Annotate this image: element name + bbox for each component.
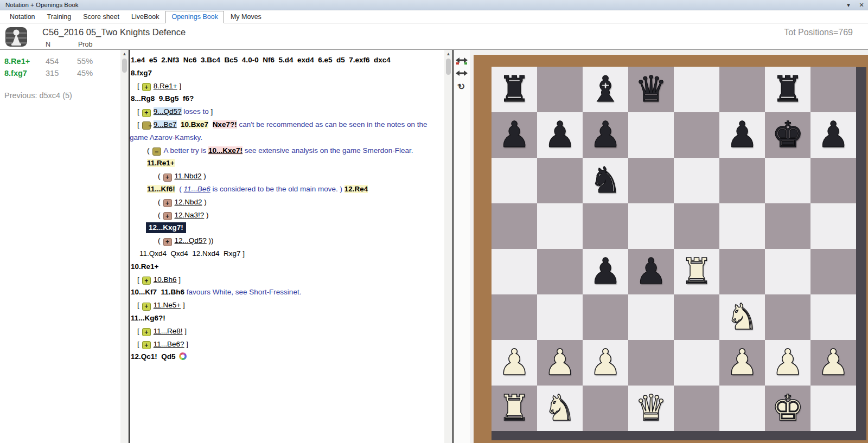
black-pawn[interactable]: ♟: [498, 112, 530, 158]
square-e1[interactable]: [674, 386, 719, 431]
square-g3[interactable]: [765, 294, 810, 340]
move-link[interactable]: 11...Be6?: [154, 340, 184, 348]
square-a2[interactable]: ♟: [492, 340, 537, 386]
expand-variation-button[interactable]: +: [163, 174, 172, 182]
square-h5[interactable]: [810, 203, 856, 249]
collapse-variation-button[interactable]: −: [152, 147, 161, 156]
move-link[interactable]: 11.Ne5+: [154, 301, 181, 309]
collapse-variation-button[interactable]: −: [142, 121, 151, 130]
square-a8[interactable]: ♜: [492, 67, 537, 112]
move-link[interactable]: 9...Qd5?: [154, 107, 182, 115]
square-c4[interactable]: ♟: [583, 249, 628, 294]
square-a7[interactable]: ♟: [492, 112, 537, 158]
move-text[interactable]: 1.e4 e5 2.Nf3 Nc6 3.Bc4 Bc5 4.0-0 Nf6 5.…: [131, 56, 391, 64]
square-h8[interactable]: [810, 67, 856, 112]
square-b2[interactable]: ♟: [537, 340, 583, 386]
book-panel-scrollbar[interactable]: ▲: [120, 50, 129, 443]
square-c8[interactable]: ♝: [583, 67, 628, 112]
move-link[interactable]: 10...Kxe7!: [208, 146, 242, 155]
expand-variation-button[interactable]: +: [163, 238, 172, 246]
white-queen[interactable]: ♛: [635, 386, 667, 431]
square-c1[interactable]: [583, 386, 628, 431]
scrollbar-thumb[interactable]: [122, 59, 127, 73]
expand-variation-button[interactable]: +: [142, 109, 151, 117]
window-menu-button[interactable]: ▾: [842, 1, 855, 10]
expand-variation-button[interactable]: +: [163, 199, 172, 207]
variation-arrows-icon[interactable]: [455, 67, 468, 79]
tab-score-sheet[interactable]: Score sheet: [78, 11, 125, 23]
expand-variation-button[interactable]: +: [142, 277, 151, 285]
square-b3[interactable]: [537, 294, 583, 340]
square-b5[interactable]: [537, 203, 583, 249]
black-pawn[interactable]: ♟: [544, 112, 576, 158]
square-e7[interactable]: [674, 112, 719, 158]
black-rook[interactable]: ♜: [771, 67, 803, 112]
square-h4[interactable]: [810, 249, 856, 294]
square-f4[interactable]: [719, 249, 765, 294]
square-b4[interactable]: [537, 249, 583, 294]
white-pawn[interactable]: ♟: [544, 340, 576, 386]
expand-variation-button[interactable]: +: [142, 83, 151, 91]
move-highlight[interactable]: 11...Kf6!: [147, 185, 175, 193]
white-pawn[interactable]: ♟: [771, 340, 803, 386]
square-c7[interactable]: ♟: [583, 112, 628, 158]
window-close-button[interactable]: ✕: [855, 1, 868, 10]
tab-livebook[interactable]: LiveBook: [126, 11, 164, 23]
square-e2[interactable]: [674, 340, 719, 386]
square-g7[interactable]: ♚: [765, 112, 810, 158]
black-pawn[interactable]: ♟: [635, 249, 667, 294]
black-knight[interactable]: ♞: [589, 158, 621, 203]
square-g4[interactable]: [765, 249, 810, 294]
square-d7[interactable]: [628, 112, 674, 158]
square-e3[interactable]: [674, 294, 719, 340]
tab-my-moves[interactable]: My Moves: [225, 11, 267, 23]
move-link[interactable]: 12...Qd5?: [175, 236, 207, 245]
square-e4[interactable]: ♜: [674, 249, 719, 294]
square-g2[interactable]: ♟: [765, 340, 810, 386]
square-b7[interactable]: ♟: [537, 112, 583, 158]
move-link[interactable]: 12.Na3!?: [175, 211, 205, 219]
column-header-prob[interactable]: Prob: [78, 41, 92, 48]
white-king[interactable]: ♚: [771, 386, 803, 431]
square-f5[interactable]: [719, 203, 765, 249]
square-a5[interactable]: [492, 203, 537, 249]
expand-variation-button[interactable]: +: [142, 303, 151, 311]
square-d1[interactable]: ♛: [628, 386, 674, 431]
square-b8[interactable]: [537, 67, 583, 112]
square-f3[interactable]: ♞: [719, 294, 765, 340]
black-pawn[interactable]: ♟: [589, 249, 621, 294]
tab-training[interactable]: Training: [42, 11, 77, 23]
move-link[interactable]: 8.Re1+: [154, 82, 177, 90]
expand-variation-button[interactable]: +: [142, 328, 151, 336]
square-d2[interactable]: [628, 340, 674, 386]
move-link[interactable]: 11...Be6: [184, 185, 210, 193]
square-a4[interactable]: [492, 249, 537, 294]
black-pawn[interactable]: ♟: [589, 112, 621, 158]
square-e8[interactable]: [674, 67, 719, 112]
move-highlight[interactable]: 10.Bxe7: [181, 120, 208, 129]
white-pawn[interactable]: ♟: [726, 340, 758, 386]
square-c6[interactable]: ♞: [583, 158, 628, 203]
square-b1[interactable]: ♞: [537, 386, 583, 431]
black-king[interactable]: ♚: [771, 112, 803, 158]
move-link[interactable]: 11...Re8!: [154, 327, 183, 335]
black-rook[interactable]: ♜: [498, 67, 530, 112]
black-pawn[interactable]: ♟: [726, 112, 758, 158]
notation-scrollbar[interactable]: ▲: [444, 50, 452, 443]
white-knight[interactable]: ♞: [544, 386, 576, 431]
white-rook[interactable]: ♜: [498, 386, 530, 431]
move-link[interactable]: 9...Be7: [154, 120, 177, 129]
square-f7[interactable]: ♟: [719, 112, 765, 158]
square-h6[interactable]: [810, 158, 856, 203]
square-c5[interactable]: [583, 203, 628, 249]
square-h3[interactable]: [810, 294, 856, 340]
square-d3[interactable]: [628, 294, 674, 340]
square-d5[interactable]: [628, 203, 674, 249]
square-h1[interactable]: [810, 386, 856, 431]
move-text[interactable]: 11...Kg6?!: [131, 314, 165, 322]
square-f8[interactable]: [719, 67, 765, 112]
white-knight[interactable]: ♞: [726, 294, 758, 340]
scroll-up-icon[interactable]: ▲: [444, 50, 452, 57]
black-queen[interactable]: ♛: [635, 67, 667, 112]
move-text[interactable]: 8.fxg7: [131, 69, 152, 77]
